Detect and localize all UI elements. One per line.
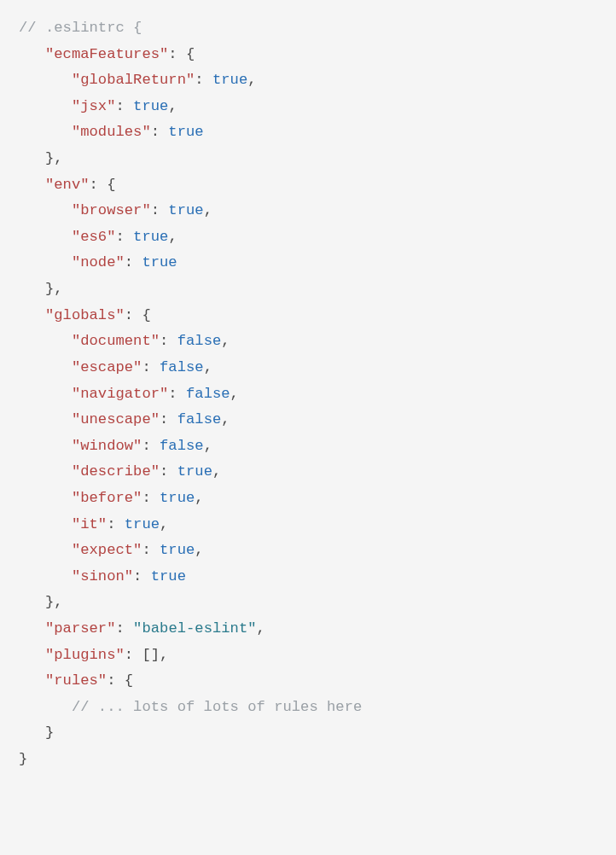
code-token: true <box>133 229 168 245</box>
code-token: " <box>133 620 142 637</box>
code-token: , <box>195 542 203 558</box>
code-token: : <box>115 98 133 114</box>
code-token: , <box>257 620 265 637</box>
code-token: , <box>160 647 168 663</box>
code-token: "document" <box>72 333 160 349</box>
code-token: "modules" <box>72 124 151 140</box>
code-token: true <box>151 568 186 585</box>
code-token: "env" <box>45 177 90 193</box>
code-token: true <box>160 490 195 506</box>
code-token: false <box>160 438 204 454</box>
code-token: [] <box>142 647 160 663</box>
code-token: "sinon" <box>72 568 133 585</box>
code-token: } <box>45 724 54 741</box>
code-token: , <box>221 411 230 428</box>
code-token: }, <box>45 281 63 297</box>
code-token: : <box>142 490 160 506</box>
code-token: "before" <box>72 490 142 506</box>
code-token: true <box>212 72 247 88</box>
code-token: "window" <box>72 438 142 454</box>
code-token: "expect" <box>72 542 142 558</box>
code-token: , <box>247 72 256 88</box>
code-block: // .eslintrc { "ecmaFeatures": { "global… <box>0 0 616 788</box>
code-token: "parser" <box>45 620 116 637</box>
code-token: : <box>142 359 160 375</box>
code-token: "escape" <box>72 359 142 375</box>
code-token: , <box>204 359 212 375</box>
code-token: babel-eslint <box>142 620 247 637</box>
code-token: "ecmaFeatures" <box>45 46 168 62</box>
code-token: , <box>204 438 212 454</box>
code-token: , <box>212 463 221 480</box>
code-token: "globalReturn" <box>72 72 195 88</box>
code-token: } <box>19 751 27 767</box>
code-token: "jsx" <box>72 98 116 114</box>
code-token: , <box>195 490 203 506</box>
code-token: : <box>151 202 169 218</box>
code-token: { <box>125 20 142 36</box>
code-token: "node" <box>72 254 125 270</box>
code-token: : { <box>90 177 116 193</box>
code-token: }, <box>45 150 63 166</box>
code-token: : { <box>125 307 151 323</box>
code-token: , <box>168 229 177 245</box>
code-token: , <box>204 202 212 218</box>
code-token: " <box>247 620 256 637</box>
code-token: : { <box>168 46 195 62</box>
code-token: , <box>168 98 177 114</box>
code-token: : <box>133 568 151 585</box>
code-token: true <box>168 202 203 218</box>
code-token: "describe" <box>72 463 160 480</box>
code-token: true <box>160 542 195 558</box>
code-token: , <box>160 516 168 532</box>
code-token: "browser" <box>72 202 151 218</box>
code-token: // <box>72 699 98 715</box>
code-token: "plugins" <box>45 647 125 663</box>
code-token: "rules" <box>45 672 107 689</box>
code-token: : <box>115 229 133 245</box>
code-token: : <box>160 333 177 349</box>
code-token: : <box>125 254 142 270</box>
code-token: , <box>230 386 239 402</box>
code-token: true <box>168 124 203 140</box>
code-token: true <box>133 98 168 114</box>
code-token: "navigator" <box>72 386 168 402</box>
code-token: "globals" <box>45 307 125 323</box>
code-token: , <box>221 333 230 349</box>
code-token: : { <box>107 672 133 689</box>
code-token: }, <box>45 594 63 610</box>
code-token: false <box>160 359 204 375</box>
code-token: : <box>160 463 177 480</box>
code-token: .eslintrc <box>45 20 125 36</box>
code-token: ... lots of lots of rules here <box>98 699 362 715</box>
code-token: true <box>142 254 177 270</box>
code-token: : <box>160 411 177 428</box>
code-token: // <box>19 20 45 36</box>
code-token: : <box>115 620 133 637</box>
code-token: false <box>186 386 230 402</box>
code-token: : <box>168 386 186 402</box>
code-token: : <box>151 124 169 140</box>
code-token: false <box>177 411 222 428</box>
code-token: "unescape" <box>72 411 160 428</box>
code-token: : <box>195 72 212 88</box>
code-token: : <box>142 542 160 558</box>
code-token: true <box>125 516 160 532</box>
code-token: "it" <box>72 516 107 532</box>
code-token: true <box>177 463 212 480</box>
code-token: : <box>107 516 125 532</box>
code-token: false <box>177 333 222 349</box>
code-token: : <box>142 438 160 454</box>
code-token: : <box>125 647 142 663</box>
code-token: "es6" <box>72 229 116 245</box>
